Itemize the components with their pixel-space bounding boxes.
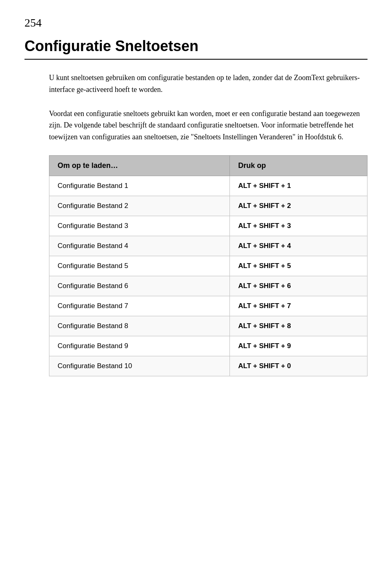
- table-row: Configuratie Bestand 9ALT + SHIFT + 9: [49, 336, 368, 356]
- keyboard-shortcut: ALT + SHIFT + 1: [230, 176, 368, 196]
- table-row: Configuratie Bestand 1ALT + SHIFT + 1: [49, 176, 368, 196]
- intro-paragraph-1: U kunt sneltoetsen gebruiken om configur…: [49, 72, 368, 96]
- table-row: Configuratie Bestand 4ALT + SHIFT + 4: [49, 236, 368, 256]
- table-row: Configuratie Bestand 8ALT + SHIFT + 8: [49, 316, 368, 336]
- table-row: Configuratie Bestand 10ALT + SHIFT + 0: [49, 356, 368, 376]
- column-header-action: Om op te laden…: [49, 155, 230, 176]
- config-file-name: Configuratie Bestand 3: [49, 216, 230, 236]
- table-row: Configuratie Bestand 5ALT + SHIFT + 5: [49, 256, 368, 276]
- config-file-name: Configuratie Bestand 10: [49, 356, 230, 376]
- keyboard-shortcut: ALT + SHIFT + 6: [230, 276, 368, 296]
- keyboard-shortcut: ALT + SHIFT + 4: [230, 236, 368, 256]
- config-file-name: Configuratie Bestand 6: [49, 276, 230, 296]
- keyboard-shortcut: ALT + SHIFT + 5: [230, 256, 368, 276]
- keyboard-shortcut: ALT + SHIFT + 9: [230, 336, 368, 356]
- keyboard-shortcut: ALT + SHIFT + 3: [230, 216, 368, 236]
- intro-paragraph-2: Voordat een configuratie sneltoets gebru…: [49, 108, 368, 143]
- keyboard-shortcut: ALT + SHIFT + 2: [230, 196, 368, 216]
- config-file-name: Configuratie Bestand 5: [49, 256, 230, 276]
- config-file-name: Configuratie Bestand 7: [49, 296, 230, 316]
- column-header-shortcut: Druk op: [230, 155, 368, 176]
- config-file-name: Configuratie Bestand 1: [49, 176, 230, 196]
- config-file-name: Configuratie Bestand 9: [49, 336, 230, 356]
- config-file-name: Configuratie Bestand 8: [49, 316, 230, 336]
- table-row: Configuratie Bestand 3ALT + SHIFT + 3: [49, 216, 368, 236]
- page-number: 254: [24, 16, 368, 29]
- page-title: Configuratie Sneltoetsen: [24, 38, 368, 60]
- keyboard-shortcut: ALT + SHIFT + 7: [230, 296, 368, 316]
- keyboard-shortcut: ALT + SHIFT + 0: [230, 356, 368, 376]
- config-file-name: Configuratie Bestand 2: [49, 196, 230, 216]
- table-container: Om op te laden… Druk op Configuratie Bes…: [49, 155, 368, 376]
- table-row: Configuratie Bestand 6ALT + SHIFT + 6: [49, 276, 368, 296]
- table-row: Configuratie Bestand 7ALT + SHIFT + 7: [49, 296, 368, 316]
- keyboard-shortcut: ALT + SHIFT + 8: [230, 316, 368, 336]
- table-header-row: Om op te laden… Druk op: [49, 155, 368, 176]
- shortcuts-table: Om op te laden… Druk op Configuratie Bes…: [49, 155, 368, 376]
- config-file-name: Configuratie Bestand 4: [49, 236, 230, 256]
- table-row: Configuratie Bestand 2ALT + SHIFT + 2: [49, 196, 368, 216]
